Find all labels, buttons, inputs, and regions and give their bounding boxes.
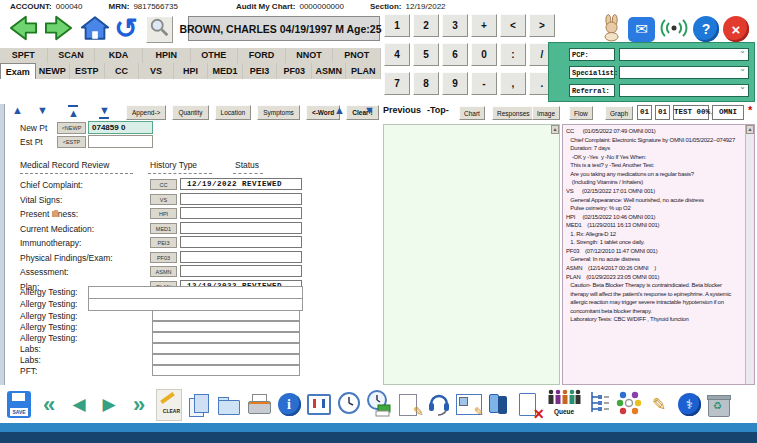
mail-button[interactable]: ✉: [628, 17, 655, 42]
save-button[interactable]: SAVE: [6, 389, 32, 421]
notes-scroll-up-box[interactable]: ▲: [746, 125, 754, 134]
scroll-down-right-button[interactable]: ▼: [364, 105, 375, 116]
test-dropdown[interactable]: TEST 00%⌄: [673, 105, 709, 120]
scroll-top-button[interactable]: ▲: [68, 105, 79, 119]
home-button[interactable]: [78, 14, 112, 44]
tab-cc[interactable]: CC: [105, 63, 140, 79]
keypad-key-9[interactable]: 9: [442, 72, 468, 95]
schedule-button[interactable]: [366, 389, 392, 421]
chart-button[interactable]: Chart: [459, 106, 485, 120]
specialist-dropdown[interactable]: [619, 66, 749, 79]
responses-button[interactable]: Responses: [492, 106, 535, 120]
toolbar-button-append[interactable]: Append->: [126, 105, 166, 120]
refresh-button[interactable]: ↺: [110, 14, 142, 44]
forward-button[interactable]: [42, 14, 76, 44]
tag-cc[interactable]: CC: [150, 179, 177, 190]
tab-estp[interactable]: ESTP: [70, 63, 105, 79]
review-field-pf03[interactable]: [180, 251, 302, 263]
tab-othe[interactable]: OTHE: [191, 48, 239, 63]
test-field[interactable]: [152, 310, 300, 321]
scroll-up-box[interactable]: ▲: [551, 125, 559, 134]
tab-kda[interactable]: KDA: [95, 48, 143, 63]
chart-notes-panel[interactable]: ▲ CC (01/05/2022 07:49 OMNI 001) Chief C…: [562, 124, 755, 385]
toolbar-button-quantity[interactable]: Quantity: [172, 105, 208, 120]
keypad-key-8[interactable]: 8: [413, 72, 439, 95]
keypad-key-3[interactable]: 3: [442, 14, 468, 37]
review-field-vs[interactable]: [180, 193, 302, 205]
flow-button[interactable]: Flow: [569, 106, 593, 120]
page-field-1[interactable]: 01: [637, 105, 652, 120]
keypad-key-1[interactable]: 1: [384, 14, 410, 37]
close-button[interactable]: ×: [723, 16, 749, 42]
tab-pnot[interactable]: PNOT: [333, 48, 381, 63]
network-dots-button[interactable]: [616, 389, 642, 421]
scroll-up-button[interactable]: ▲: [12, 105, 23, 116]
notes-scrollbar[interactable]: [745, 125, 754, 384]
pcp-dropdown[interactable]: [619, 48, 749, 61]
referral-dropdown[interactable]: [619, 84, 749, 97]
review-field-hpi[interactable]: [180, 207, 302, 219]
keypad-key-5[interactable]: 5: [413, 43, 439, 66]
pencil-button[interactable]: ✎: [646, 389, 672, 421]
keypad-key-2[interactable]: 2: [413, 14, 439, 37]
broadcast-button[interactable]: [659, 14, 689, 44]
rabbit-button[interactable]: [600, 14, 624, 44]
tag-vs[interactable]: VS: [150, 194, 177, 205]
go-last-button[interactable]: »: [126, 389, 152, 421]
tab-hpin[interactable]: HPIN: [143, 48, 191, 63]
tab-scan[interactable]: SCAN: [48, 48, 96, 63]
tab-newp[interactable]: NEWP: [36, 63, 71, 79]
response-area[interactable]: ▲: [383, 124, 560, 385]
info-button[interactable]: i: [276, 389, 302, 421]
tag-med1[interactable]: MED1: [150, 223, 177, 234]
keypad-key-6[interactable]: 6: [442, 43, 468, 66]
tab-plan[interactable]: PLAN: [346, 63, 381, 79]
top-button[interactable]: -Top-: [427, 105, 449, 115]
keypad-key-+[interactable]: +: [471, 14, 497, 37]
go-next-button[interactable]: ▶: [96, 389, 122, 421]
scroll-bottom-button[interactable]: ▼: [99, 105, 110, 119]
new-pt-field[interactable]: 074859 0: [88, 121, 153, 134]
toolbar-button-symptoms[interactable]: Symptoms: [257, 105, 300, 120]
omni-field[interactable]: OMNI: [712, 105, 744, 120]
queue-button[interactable]: Queue: [546, 388, 582, 422]
keypad-key-<[interactable]: <: [500, 14, 526, 37]
review-field-med1[interactable]: [180, 222, 302, 234]
keypad-key-4[interactable]: 4: [384, 43, 410, 66]
tools-button[interactable]: [306, 389, 332, 421]
headset-button[interactable]: [426, 389, 452, 421]
keypad-key-7[interactable]: 7: [384, 72, 410, 95]
back-button[interactable]: [6, 14, 40, 44]
graph-button[interactable]: Graph: [605, 106, 633, 120]
tab-med1[interactable]: MED1: [208, 63, 243, 79]
tab-pei3[interactable]: PEI3: [243, 63, 278, 79]
clear-button[interactable]: CLEAR: [156, 389, 182, 421]
print-button[interactable]: [246, 389, 272, 421]
worklist-tree-button[interactable]: [586, 389, 612, 421]
keypad-key--[interactable]: -: [471, 72, 497, 95]
test-field[interactable]: [152, 332, 300, 343]
previous-button[interactable]: Previous: [383, 105, 421, 115]
scroll-down-button[interactable]: ▼: [37, 105, 48, 116]
newp-button[interactable]: <NEWP: [57, 122, 86, 134]
medical-button[interactable]: ⚕: [676, 389, 702, 421]
tab-spft[interactable]: SPFT: [0, 48, 48, 63]
copy-documents-button[interactable]: [186, 389, 212, 421]
test-field[interactable]: [152, 321, 300, 332]
tab-exam[interactable]: Exam: [0, 63, 36, 79]
clock-button[interactable]: [336, 389, 362, 421]
keypad-key-:[interactable]: :: [500, 43, 526, 66]
keypad-key->[interactable]: >: [529, 14, 555, 37]
review-field-asmn[interactable]: [180, 265, 302, 277]
tab-hpi[interactable]: HPI: [174, 63, 209, 79]
image-button[interactable]: Image: [532, 106, 560, 120]
est-pt-field[interactable]: [88, 135, 153, 148]
tag-asmn[interactable]: ASMN: [150, 266, 177, 277]
toolbar-button-location[interactable]: Location: [215, 105, 252, 120]
tab-vs[interactable]: VS: [139, 63, 174, 79]
review-field-cc[interactable]: 12/19/2022 REVIEWED: [180, 178, 302, 190]
go-previous-button[interactable]: ◀: [66, 389, 92, 421]
mobile-devices-button[interactable]: [486, 389, 512, 421]
estp-button[interactable]: <ESTP: [57, 136, 86, 148]
scroll-up-right-button[interactable]: ▲: [334, 105, 345, 116]
